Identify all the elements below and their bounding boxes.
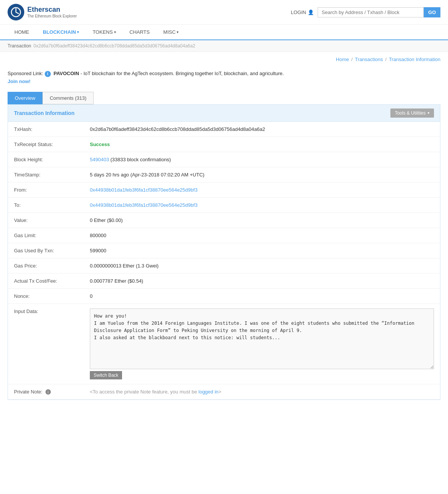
table-row: To: 0x44938b01da1feb3f6fa1cf38870ee564e2… [8, 197, 440, 212]
actual-cost-value: 0.0007787 Ether ($0.54) [84, 273, 440, 288]
block-value: 5490403 (33833 block confirmations) [84, 152, 440, 167]
gas-price-label: Gas Price: [8, 258, 84, 273]
table-row: Block Height: 5490403 (33833 block confi… [8, 152, 440, 167]
gas-limit-label: Gas Limit: [8, 228, 84, 243]
header-right: LOGIN 👤 GO [291, 7, 440, 17]
tools-utilities-button[interactable]: Tools & Utilities ▾ [390, 109, 434, 118]
breadcrumb-transactions[interactable]: Transactions [355, 57, 383, 62]
table-row: Gas Limit: 800000 [8, 228, 440, 243]
table-row: Value: 0 Ether ($0.00) [8, 212, 440, 228]
transaction-panel: Transaction Information Tools & Utilitie… [8, 104, 440, 400]
sponsored-brand: PAVOCOIN [53, 71, 79, 76]
status-label: TxReceipt Status: [8, 137, 84, 152]
search-bar: GO [318, 7, 440, 17]
value-label: Value: [8, 212, 84, 228]
nav-misc[interactable]: MISC ▾ [157, 25, 186, 39]
tx-label: Transaction [8, 43, 31, 49]
from-label: From: [8, 182, 84, 197]
brand-sub: The Ethereum Block Explorer [27, 14, 77, 19]
table-row: From: 0x44938b01da1feb3f6fa1cf38870ee564… [8, 182, 440, 197]
switch-back-button[interactable]: Switch Back [90, 371, 122, 379]
brand-name: Etherscan [27, 6, 77, 14]
sponsored-label: Sponsored Link: [8, 71, 43, 76]
join-now-link[interactable]: Join now! [8, 79, 31, 84]
nav-blockchain[interactable]: BLOCKCHAIN ▾ [36, 25, 86, 40]
actual-cost-label: Actual Tx Cost/Fee: [8, 273, 84, 288]
main-nav: HOME BLOCKCHAIN ▾ TOKENS ▾ CHARTS MISC ▾ [0, 25, 448, 40]
gas-price-value: 0.0000000013 Ether (1.3 Gwei) [84, 258, 440, 273]
from-value: 0x44938b01da1feb3f6fa1cf38870ee564e25d9b… [84, 182, 440, 197]
block-confirmations: (33833 block confirmations) [110, 157, 171, 162]
table-row: Gas Used By Txn: 599000 [8, 243, 440, 258]
input-data-label: Input Data: [8, 304, 84, 384]
table-row: TxHash: 0x2d6a7b0f6adeff38423d4c62cd8b6c… [8, 122, 440, 137]
login-button[interactable]: LOGIN 👤 [291, 9, 313, 15]
sponsored-desc: - IoT blockchain for the AgTech ecosyste… [80, 71, 284, 76]
logo-area: Etherscan The Ethereum Block Explorer [8, 4, 77, 20]
from-address-link[interactable]: 0x44938b01da1feb3f6fa1cf38870ee564e25d9b… [90, 187, 197, 193]
gas-limit-value: 800000 [84, 228, 440, 243]
status-value: Success [84, 137, 440, 152]
nonce-value: 0 [84, 288, 440, 304]
gas-used-label: Gas Used By Txn: [8, 243, 84, 258]
block-number-link[interactable]: 5490403 [90, 157, 109, 162]
tabs-bar: Overview Comments (313) [0, 92, 448, 104]
breadcrumb-sep1: / [351, 57, 353, 62]
nav-home[interactable]: HOME [8, 25, 36, 39]
value-value: 0 Ether ($0.00) [84, 212, 440, 228]
breadcrumb-current[interactable]: Transaction Information [389, 57, 440, 62]
input-data-box[interactable]: How are you! I am Yueluo from the 2014 F… [90, 308, 434, 369]
table-row: TimeStamp: 5 days 20 hrs ago (Apr-23-201… [8, 167, 440, 182]
table-row: TxReceipt Status: Success [8, 137, 440, 152]
nonce-label: Nonce: [8, 288, 84, 304]
user-icon: 👤 [308, 9, 314, 15]
table-row: Private Note: i <To access the private N… [8, 384, 440, 400]
tx-hash-bar: 0x2d6a7b0f6adeff38423d4c62cd8b6ccb708dda… [33, 43, 195, 49]
table-row: Actual Tx Cost/Fee: 0.0007787 Ether ($0.… [8, 273, 440, 288]
search-go-button[interactable]: GO [424, 7, 440, 17]
input-data-cell: How are you! I am Yueluo from the 2014 F… [84, 304, 440, 384]
timestamp-label: TimeStamp: [8, 167, 84, 182]
search-input[interactable] [318, 7, 424, 17]
table-row: Gas Price: 0.0000000013 Ether (1.3 Gwei) [8, 258, 440, 273]
timestamp-value: 5 days 20 hrs ago (Apr-23-2018 07:02:20 … [84, 167, 440, 182]
nav-charts[interactable]: CHARTS [123, 25, 157, 39]
nav-tokens[interactable]: TOKENS ▾ [86, 25, 122, 39]
table-row: Nonce: 0 [8, 288, 440, 304]
breadcrumb: Home / Transactions / Transaction Inform… [0, 52, 448, 67]
info-sponsored-icon: i [45, 71, 51, 77]
chevron-down-icon: ▾ [177, 30, 179, 34]
tab-overview[interactable]: Overview [8, 92, 42, 104]
chevron-down-icon: ▾ [428, 111, 429, 115]
info-icon[interactable]: i [45, 389, 51, 395]
chevron-down-icon: ▾ [114, 30, 116, 34]
block-label: Block Height: [8, 152, 84, 167]
header: Etherscan The Ethereum Block Explorer LO… [0, 0, 448, 25]
tx-bar: Transaction 0x2d6a7b0f6adeff38423d4c62cd… [0, 40, 448, 52]
logo-icon [8, 4, 24, 20]
tab-comments[interactable]: Comments (313) [42, 92, 94, 104]
txhash-label: TxHash: [8, 122, 84, 137]
chevron-down-icon: ▾ [77, 30, 79, 34]
to-label: To: [8, 197, 84, 212]
txhash-value: 0x2d6a7b0f6adeff38423d4c62cd8b6ccb708dda… [84, 122, 440, 137]
private-note-value: <To access the private Note feature, you… [84, 384, 440, 400]
private-note-label: Private Note: i [8, 384, 84, 400]
sponsored-section: Sponsored Link: i PAVOCOIN - IoT blockch… [0, 67, 448, 92]
panel-header: Transaction Information Tools & Utilitie… [8, 105, 440, 122]
breadcrumb-sep2: / [385, 57, 387, 62]
table-row: Input Data: How are you! I am Yueluo fro… [8, 304, 440, 384]
to-value: 0x44938b01da1feb3f6fa1cf38870ee564e25d9b… [84, 197, 440, 212]
to-address-link[interactable]: 0x44938b01da1feb3f6fa1cf38870ee564e25d9b… [90, 202, 197, 208]
transaction-info-table: TxHash: 0x2d6a7b0f6adeff38423d4c62cd8b6c… [8, 122, 440, 400]
breadcrumb-home[interactable]: Home [336, 57, 349, 62]
panel-title: Transaction Information [14, 110, 74, 116]
logged-in-link[interactable]: logged in [199, 389, 219, 395]
gas-used-value: 599000 [84, 243, 440, 258]
logo-text: Etherscan The Ethereum Block Explorer [27, 6, 77, 19]
